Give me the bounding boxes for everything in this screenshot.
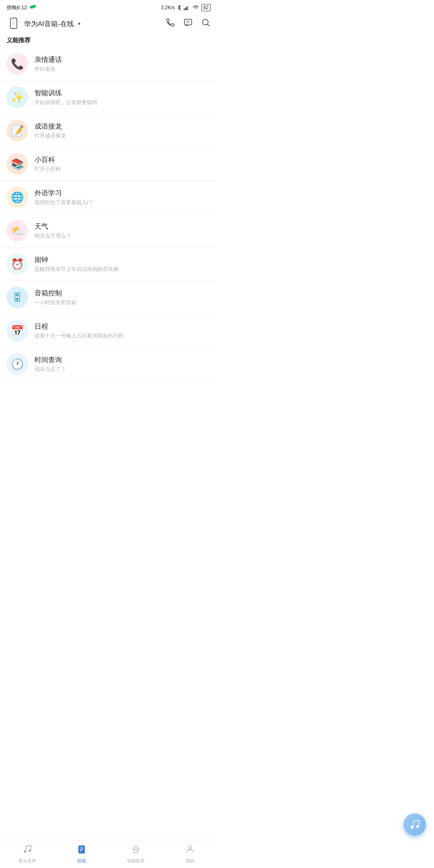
item-icon-qinqing: 📞 (6, 53, 28, 75)
item-icon-tianqi: ⛅ (6, 220, 28, 242)
item-title-zhineng: 智能训练 (35, 88, 211, 98)
device-icon (6, 16, 21, 31)
item-icon-shijian: 🕐 (6, 353, 28, 375)
item-icon-闹钟: ⏰ (6, 253, 28, 275)
item-subtitle-waiyu: 我想听拉丁语零基础入门 (35, 199, 211, 206)
item-icon-richeng: 📅 (6, 320, 28, 342)
item-text-tianqi: 天气 明天会下雪么？ (35, 222, 211, 240)
item-text-richeng: 日程 设置十月一号晚上六点看演唱会的日程 (35, 322, 211, 340)
skill-list: 📞 亲情通话 呼叫老张 ✨ 智能训练 开始训练吧，让音箱更聪明 📝 成语接龙 打… (0, 47, 217, 413)
item-text-qinqing: 亲情通话 呼叫老张 (35, 55, 211, 73)
item-text-闹钟: 闹钟 提醒我母亲节上午10点给妈妈买礼物 (35, 255, 211, 273)
list-item-闹钟[interactable]: ⏰ 闹钟 提醒我母亲节上午10点给妈妈买礼物 (0, 248, 217, 281)
svg-rect-4 (186, 6, 188, 10)
list-item-zhineng[interactable]: ✨ 智能训练 开始训练吧，让音箱更聪明 (0, 81, 217, 114)
item-icon-yinxiang: 🎛 (6, 287, 28, 308)
item-subtitle-richeng: 设置十月一号晚上六点看演唱会的日程 (35, 332, 211, 340)
item-subtitle-yinxiang: 一小时后关闭音箱 (35, 299, 211, 306)
wifi-icon (192, 5, 199, 10)
svg-rect-10 (186, 25, 188, 26)
svg-point-8 (13, 27, 14, 29)
status-left: 傍晚6:12 (6, 3, 37, 12)
svg-point-1 (33, 5, 36, 8)
header-device[interactable]: 华为AI音箱-在线 ▾ (6, 16, 80, 31)
svg-rect-5 (188, 5, 189, 10)
status-time: 傍晚6:12 (6, 4, 27, 11)
svg-rect-3 (185, 8, 186, 10)
message-icon[interactable] (183, 18, 193, 30)
item-icon-chengyu: 📝 (6, 120, 28, 141)
svg-rect-2 (184, 8, 185, 10)
app-header: 华为AI音箱-在线 ▾ (0, 13, 217, 34)
signal-icon (184, 5, 190, 10)
item-text-shijian: 时间查询 现在几点了？ (35, 355, 211, 373)
section-title: 义能推荐 (0, 34, 217, 47)
list-item-waiyu[interactable]: 🌐 外语学习 我想听拉丁语零基础入门 (0, 181, 217, 214)
device-name: 华为AI音箱-在线 (24, 19, 74, 29)
list-item-xiaobaikr[interactable]: 📚 小百科 打开小百科 (0, 147, 217, 181)
item-text-chengyu: 成语接龙 打开成语接龙 (35, 122, 211, 139)
item-text-yinxiang: 音箱控制 一小时后关闭音箱 (35, 289, 211, 306)
battery: 82 (201, 4, 211, 11)
item-subtitle-zhineng: 开始训练吧，让音箱更聪明 (35, 99, 211, 106)
svg-rect-7 (12, 20, 15, 25)
list-item-tianqi[interactable]: ⛅ 天气 明天会下雪么？ (0, 214, 217, 248)
list-item-shijian[interactable]: 🕐 时间查询 现在几点了？ (0, 348, 217, 381)
dropdown-arrow-icon[interactable]: ▾ (78, 21, 80, 27)
item-title-闹钟: 闹钟 (35, 255, 211, 264)
search-icon[interactable] (201, 18, 211, 30)
item-subtitle-qinqing: 呼叫老张 (35, 66, 211, 73)
item-text-xiaobaikr: 小百科 打开小百科 (35, 155, 211, 173)
network-speed: 3.2K/s (161, 5, 175, 10)
item-title-tianqi: 天气 (35, 222, 211, 231)
item-subtitle-tianqi: 明天会下雪么？ (35, 232, 211, 240)
svg-rect-9 (184, 19, 192, 25)
call-icon[interactable] (166, 18, 175, 30)
item-text-waiyu: 外语学习 我想听拉丁语零基础入门 (35, 188, 211, 206)
item-icon-xiaobaikr: 📚 (6, 153, 28, 175)
status-bar: 傍晚6:12 3.2K/s 8 (0, 0, 217, 13)
svg-point-13 (203, 19, 208, 25)
wechat-icon (29, 3, 37, 12)
item-subtitle-闹钟: 提醒我母亲节上午10点给妈妈买礼物 (35, 266, 211, 273)
item-title-chengyu: 成语接龙 (35, 122, 211, 131)
bluetooth-icon (177, 4, 182, 11)
item-subtitle-chengyu: 打开成语接龙 (35, 132, 211, 139)
header-actions (166, 18, 211, 30)
list-item-qinqing[interactable]: 📞 亲情通话 呼叫老张 (0, 47, 217, 81)
item-subtitle-shijian: 现在几点了？ (35, 366, 211, 373)
list-item-yinxiang[interactable]: 🎛 音箱控制 一小时后关闭音箱 (0, 281, 217, 314)
item-title-richeng: 日程 (35, 322, 211, 331)
item-icon-waiyu: 🌐 (6, 186, 28, 208)
item-title-yinxiang: 音箱控制 (35, 289, 211, 298)
svg-line-14 (208, 25, 210, 27)
item-title-waiyu: 外语学习 (35, 188, 211, 198)
item-title-qinqing: 亲情通话 (35, 55, 211, 64)
item-title-shijian: 时间查询 (35, 355, 211, 364)
list-item-chengyu[interactable]: 📝 成语接龙 打开成语接龙 (0, 114, 217, 147)
item-title-xiaobaikr: 小百科 (35, 155, 211, 164)
item-text-zhineng: 智能训练 开始训练吧，让音箱更聪明 (35, 88, 211, 106)
status-right: 3.2K/s 82 (161, 4, 211, 11)
list-item-richeng[interactable]: 📅 日程 设置十月一号晚上六点看演唱会的日程 (0, 314, 217, 348)
item-subtitle-xiaobaikr: 打开小百科 (35, 166, 211, 173)
item-icon-zhineng: ✨ (6, 86, 28, 108)
